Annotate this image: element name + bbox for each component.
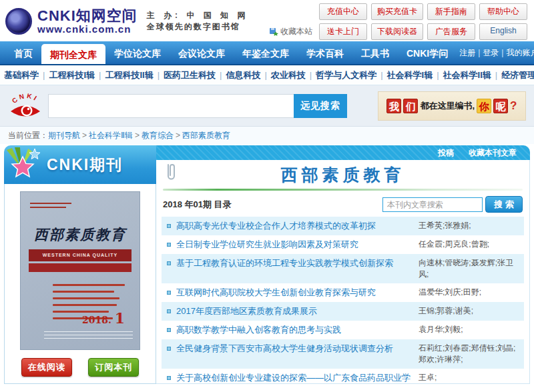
breadcrumb-link[interactable]: 西部素质教育 <box>182 131 230 140</box>
article-title-link[interactable]: 全日制专业学位研究生就业影响因素及对策研究 <box>176 239 419 251</box>
nav-tab[interactable]: CNKI学问 <box>398 41 457 64</box>
main-nav-tabs: 首页期刊全文库学位论文库会议论文库年鉴全文库学术百科工具书CNKI学问 <box>5 41 457 64</box>
article-authors[interactable]: 石莉红;刘春霞;郑倩钰;刘晶;郑欢;许琳萍; <box>419 343 520 365</box>
header-button[interactable]: 广告服务 <box>427 23 475 40</box>
nav-tab[interactable]: 年鉴全文库 <box>234 41 298 64</box>
globe-icon <box>5 8 32 35</box>
logo-cnki: CNKI <box>37 7 76 24</box>
header-button[interactable]: 新手指南 <box>427 3 475 20</box>
nav-tab[interactable]: 首页 <box>5 41 41 64</box>
article-authors[interactable]: 王锦;郭蓉;谢美; <box>419 305 520 317</box>
ad-question-mark: ? <box>510 99 517 113</box>
article-authors[interactable]: 任金霞;周克良;曾翾; <box>419 239 520 250</box>
article-row: 互联网时代高职院校大学生创新创业教育探索与研究温爱华;刘庆;田野; <box>162 283 524 302</box>
cover-subtitle: WESTERN CHINA QUALITY EDUCATION <box>29 249 131 261</box>
journal-search-button[interactable]: 搜 索 <box>485 196 523 213</box>
main-nav: 首页期刊全文库学位论文库会议论文库年鉴全文库学术百科工具书CNKI学问 注册|登… <box>0 41 534 65</box>
breadcrumb-link[interactable]: 社会科学Ⅱ辑 <box>89 131 133 140</box>
category-link[interactable]: 经济管理 <box>497 70 534 80</box>
ad-char-ni: 你 <box>477 99 491 113</box>
article-title-link[interactable]: 互联网时代高职院校大学生创新创业教育探索与研究 <box>176 287 419 299</box>
breadcrumb-links: 期刊导航>社会科学Ⅱ辑>教育综合>西部素质教育 <box>48 131 230 140</box>
bullet-icon <box>167 291 171 295</box>
cnki-journal-brand: CNKI期刊 <box>4 145 156 184</box>
category-link[interactable]: 社会科学II辑 <box>439 70 495 80</box>
header-button[interactable]: 充值中心 <box>319 3 367 20</box>
article-authors[interactable]: 温爱华;刘庆;田野; <box>419 287 520 298</box>
journal-left-column: CNKI期刊 西部素质教育 WESTERN CHINA QUALITY EDUC… <box>4 145 156 384</box>
journal-band: 投稿收藏本刊文章 <box>156 145 530 160</box>
bullet-icon <box>167 328 171 332</box>
article-title-link[interactable]: 2017年度西部地区素质教育成果展示 <box>176 305 419 317</box>
category-link[interactable]: 社会科学I辑 <box>383 70 437 80</box>
site-logo[interactable]: CNKI知网空间 www.cnki.com.cn 主 办: 中 国 知 网 全球… <box>5 8 248 35</box>
breadcrumb-link[interactable]: 教育综合 <box>142 131 174 140</box>
article-row: 2017年度西部地区素质教育成果展示王锦;郭蓉;谢美; <box>162 302 524 321</box>
header-button[interactable]: 下载阅读器 <box>371 23 423 40</box>
article-title-link[interactable]: 基于工程教育认证的环境工程专业实践教学模式创新探索 <box>176 257 419 269</box>
nav-tab[interactable]: 期刊全文库 <box>41 44 105 64</box>
breadcrumb-link[interactable]: 期刊导航 <box>48 131 80 140</box>
journal-search-input[interactable] <box>382 197 483 212</box>
article-row: 高职数学教学中融入创客教育的思考与实践袁月华;刘毅; <box>162 321 524 339</box>
issue-label: 2018 年01期 目录 <box>163 199 232 211</box>
user-link[interactable]: 登录 <box>480 48 501 57</box>
journal-cover-image[interactable]: 西部素质教育 WESTERN CHINA QUALITY EDUCATION 2… <box>20 191 140 350</box>
band-link[interactable]: 收藏本刊文章 <box>469 147 517 159</box>
category-link[interactable]: 医药卫生科技 <box>160 70 220 80</box>
category-link[interactable]: 工程科技II辑 <box>101 70 157 80</box>
search-button[interactable]: 远见搜索 <box>294 94 347 118</box>
article-authors[interactable]: 王希英;张雅娟; <box>419 220 520 231</box>
subscribe-button[interactable]: 订阅本刊 <box>88 358 139 377</box>
category-link[interactable]: 信息科技 <box>222 70 264 80</box>
svg-text:CNKI: CNKI <box>11 92 40 105</box>
user-link[interactable]: 注册 <box>457 48 478 57</box>
band-link[interactable]: 投稿 <box>438 147 454 159</box>
article-row: 全日制专业学位研究生就业影响因素及对策研究任金霞;周克良;曾翾; <box>162 235 524 254</box>
ad-char-wo: 我 <box>386 99 401 113</box>
site-slogan: 主 办: 中 国 知 网 全球领先的数字图书馆 <box>147 10 249 33</box>
nav-tab[interactable]: 工具书 <box>352 41 398 64</box>
article-authors[interactable]: 袁月华;刘毅; <box>419 324 520 335</box>
bullet-icon <box>167 376 171 380</box>
header-button[interactable]: 送卡上门 <box>319 23 367 40</box>
header-actions: 收藏本站 充值中心购买充值卡新手指南帮助中心送卡上门下载阅读器广告服务Engli… <box>269 3 527 40</box>
nav-tab[interactable]: 学位论文库 <box>105 41 170 64</box>
nav-tab[interactable]: 会议论文库 <box>170 41 234 64</box>
journal-right-column: 投稿收藏本刊文章 西部素质教育 2018 年01期 目录 搜 索 高职高专光 <box>156 145 530 384</box>
issue-row: 2018 年01期 目录 搜 索 <box>162 195 524 217</box>
favorite-site-link[interactable]: 收藏本站 <box>269 26 312 37</box>
cnki-eye-logo: CNKI <box>8 91 43 121</box>
read-online-button[interactable]: 在线阅读 <box>21 358 72 377</box>
bullet-icon <box>167 261 171 265</box>
user-link[interactable]: 我的账户 <box>503 48 534 57</box>
ad-banner[interactable]: 我 们 都在这里编书, 你 呢 ? <box>378 91 526 121</box>
header-button[interactable]: English <box>479 23 527 40</box>
cover-buttons: 在线阅读 订阅本刊 <box>5 358 156 377</box>
article-title-link[interactable]: 高职高专光伏专业校企合作人才培养模式的改革初探 <box>176 220 419 232</box>
cover-bottom-lines <box>44 331 133 341</box>
separator: > <box>174 131 182 140</box>
journal-page-title: 西部素质教育 <box>281 164 405 186</box>
favorite-label: 收藏本站 <box>280 26 312 37</box>
header-button[interactable]: 帮助中心 <box>479 3 527 20</box>
article-title-link[interactable]: 高职数学教学中融入创客教育的思考与实践 <box>176 324 419 336</box>
bullet-icon <box>167 243 171 247</box>
article-authors[interactable]: 向速林;管晓涛;聂发辉;张卫风; <box>419 257 520 280</box>
paperclip-icon <box>164 163 178 183</box>
article-title-link[interactable]: 全民健身背景下西安市高校大学生健身活动现状调查分析 <box>176 343 419 355</box>
user-links: 注册|登录|我的账户 <box>457 47 534 59</box>
category-link[interactable]: 农业科技 <box>267 70 310 80</box>
category-link[interactable]: 哲学与人文科学 <box>312 70 380 80</box>
category-link[interactable]: 基础科学 <box>0 70 43 80</box>
category-link[interactable]: 工程科技I辑 <box>45 70 99 80</box>
nav-tab[interactable]: 学术百科 <box>298 41 352 64</box>
logo-text: CNKI知网空间 www.cnki.com.cn <box>37 9 138 35</box>
header-button[interactable]: 购买充值卡 <box>371 3 423 20</box>
logo-url: www.cnki.com.cn <box>37 23 138 35</box>
search-input[interactable] <box>48 94 294 118</box>
cover-title: 西部素质教育 <box>21 225 140 244</box>
article-title-link[interactable]: 关于高校创新创业专业建设的探索——以广东食品药品职业学院创新创业学院为例 <box>176 372 419 384</box>
article-authors[interactable]: 王卓; <box>419 372 520 383</box>
cover-red-bar <box>29 263 131 272</box>
